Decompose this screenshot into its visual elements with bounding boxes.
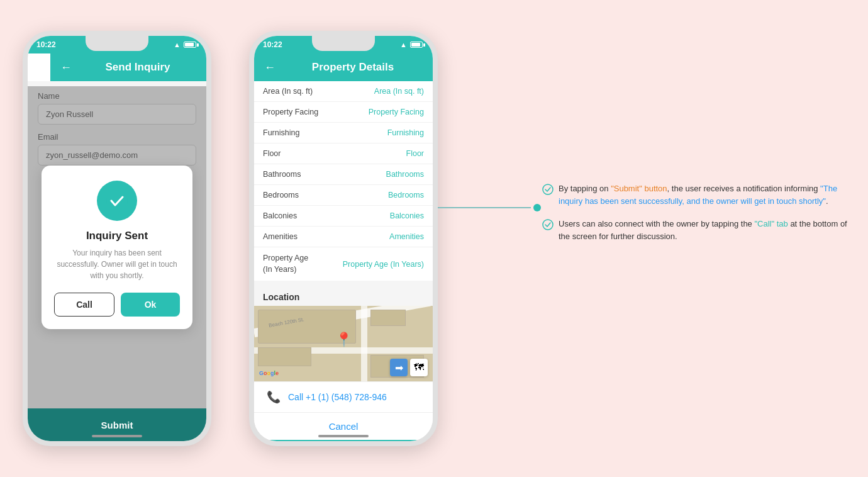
annotation-item-2: Users can also connect with the owner by… [542, 218, 857, 243]
time-1: 10:22 [36, 40, 56, 49]
table-row: Floor Floor [254, 143, 433, 164]
battery-icon-2 [410, 42, 423, 48]
svg-point-2 [543, 220, 553, 230]
status-icons-1: ▲ [174, 41, 196, 48]
confirm-row[interactable] [254, 440, 433, 441]
phone-send-inquiry: 10:22 ▲ ← Send Inquiry Name Email Inquir [23, 31, 211, 446]
wifi-icon-2: ▲ [400, 41, 407, 48]
home-indicator-2 [318, 435, 369, 437]
status-icons-2: ▲ [400, 41, 423, 48]
success-icon-circle [97, 181, 137, 221]
phone-property-details: 10:22 ▲ ← Property Details Area (In sq. … [249, 31, 438, 446]
dialog-title: Inquiry Sent [54, 230, 180, 242]
dialog-overlay: Inquiry Sent Your inquiry has been sent … [28, 86, 206, 408]
call-number: Call +1 (1) (548) 728-946 [288, 392, 387, 402]
table-row: Area (In sq. ft) Area (In sq. ft) [254, 81, 433, 102]
check-icon-1 [542, 184, 554, 195]
property-table: Area (In sq. ft) Area (In sq. ft) Proper… [254, 81, 433, 281]
inquiry-sent-dialog: Inquiry Sent Your inquiry has been sent … [42, 166, 192, 329]
table-row: Bathrooms Bathrooms [254, 164, 433, 185]
svg-point-1 [543, 184, 553, 194]
call-row[interactable]: 📞 Call +1 (1) (548) 728-946 [254, 381, 433, 412]
header-title-2: Property Details [283, 61, 423, 74]
phone-notch [86, 36, 148, 51]
table-row: Amenities Amenities [254, 227, 433, 247]
highlight-call-tab: "Call" tab [754, 219, 787, 228]
connector-dot [533, 204, 541, 211]
table-row: Bedrooms Bedrooms [254, 185, 433, 206]
dialog-call-button[interactable]: Call [54, 293, 114, 317]
battery-icon [184, 42, 196, 48]
line-segment [438, 207, 531, 208]
cancel-label: Cancel [329, 421, 359, 432]
phone-icon: 📞 [267, 390, 281, 404]
svg-point-0 [106, 190, 128, 211]
annotation-text-1: By tapping on "Submit" button, the user … [559, 182, 857, 208]
header-title-1: Send Inquiry [79, 61, 196, 74]
dialog-buttons: Call Ok [54, 293, 180, 317]
annotation-area: By tapping on "Submit" button, the user … [542, 182, 857, 254]
maps-btn[interactable]: 🗺 [410, 359, 428, 376]
map-marker: 📍 [335, 332, 352, 348]
table-row: Furnishing Furnishing [254, 123, 433, 143]
directions-btn[interactable]: ➡ [390, 359, 408, 376]
map-buttons: ➡ 🗺 [390, 359, 428, 376]
dialog-message: Your inquiry has been sent successfully.… [54, 247, 180, 281]
highlight-inquiry-msg: "The inquiry has been sent successfully,… [559, 184, 837, 206]
wifi-icon: ▲ [174, 41, 181, 48]
phone-notch-2 [312, 36, 375, 51]
location-label: Location [254, 286, 433, 306]
google-logo: Google [259, 370, 279, 376]
table-row: Balconies Balconies [254, 206, 433, 227]
annotation-text-2: Users can also connect with the owner by… [559, 218, 857, 243]
time-2: 10:22 [263, 40, 282, 49]
annotation-item-1: By tapping on "Submit" button, the user … [542, 182, 857, 208]
table-row: Property Age(In Years) Property Age (In … [254, 247, 433, 281]
table-row: Property Facing Property Facing [254, 102, 433, 123]
back-button-1[interactable]: ← [60, 61, 72, 74]
highlight-submit: "Submit" button [611, 184, 667, 193]
back-button-2[interactable]: ← [264, 61, 275, 74]
dialog-ok-button[interactable]: Ok [121, 293, 180, 317]
submit-label: Submit [101, 420, 133, 430]
map-container[interactable]: Beach 120th St. 📍 Google ➡ 🗺 [254, 306, 433, 381]
check-icon-2 [542, 219, 554, 230]
connector-line [438, 207, 542, 208]
home-indicator-1 [92, 435, 142, 437]
checkmark-icon [106, 190, 128, 211]
